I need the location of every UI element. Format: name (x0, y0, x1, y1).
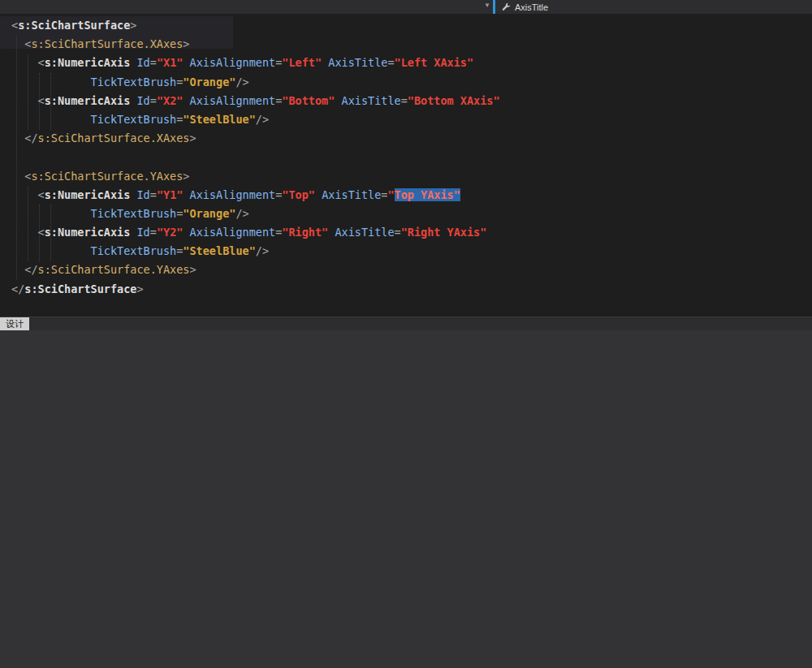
code-line[interactable]: </s:SciChartSurface.YAxes> (11, 261, 500, 279)
wrench-icon (502, 2, 511, 11)
xaml-editor[interactable]: <s:SciChartSurface> <s:SciChartSurface.X… (0, 14, 812, 317)
dropdown-arrow-icon[interactable]: ▼ (484, 2, 490, 9)
designer-splitter-bar: 设计 (0, 317, 812, 330)
code-line[interactable]: TickTextBrush="SteelBlue"/> (11, 242, 500, 261)
tab-design[interactable]: 设计 (0, 317, 29, 331)
design-surface: www.ayjs.net ay 875556003 Top YAxis Bott… (0, 330, 812, 668)
member-dropdown-label: AxisTitle (515, 2, 548, 12)
code-line[interactable]: TickTextBrush="Orange"/> (11, 73, 500, 92)
code-line[interactable] (11, 148, 500, 166)
member-dropdown[interactable]: AxisTitle (502, 0, 548, 14)
code-line[interactable]: TickTextBrush="Orange"/> (11, 205, 500, 223)
code-line[interactable]: </s:SciChartSurface.XAxes> (11, 129, 500, 148)
editor-navigation-bar: ▼ AxisTitle (0, 0, 812, 14)
code-line[interactable]: <s:NumericAxis Id="Y1" AxisAlignment="To… (11, 186, 500, 205)
code-line[interactable]: <s:NumericAxis Id="X1" AxisAlignment="Le… (11, 54, 500, 72)
navigation-divider (493, 0, 495, 14)
code-line[interactable]: <s:NumericAxis Id="Y2" AxisAlignment="Ri… (11, 223, 500, 242)
code-line[interactable]: <s:SciChartSurface.XAxes> (11, 35, 500, 54)
code-line[interactable]: <s:SciChartSurface.YAxes> (11, 167, 500, 186)
code-line[interactable]: <s:NumericAxis Id="X2" AxisAlignment="Bo… (11, 92, 500, 110)
code-line[interactable]: <s:SciChartSurface> (11, 16, 500, 35)
code-line[interactable]: TickTextBrush="SteelBlue"/> (11, 110, 500, 129)
code-lines: <s:SciChartSurface> <s:SciChartSurface.X… (11, 16, 500, 299)
ide-window: ▼ AxisTitle <s:SciChartSurface> <s:SciCh… (0, 0, 812, 668)
code-line[interactable]: </s:SciChartSurface> (11, 280, 500, 299)
